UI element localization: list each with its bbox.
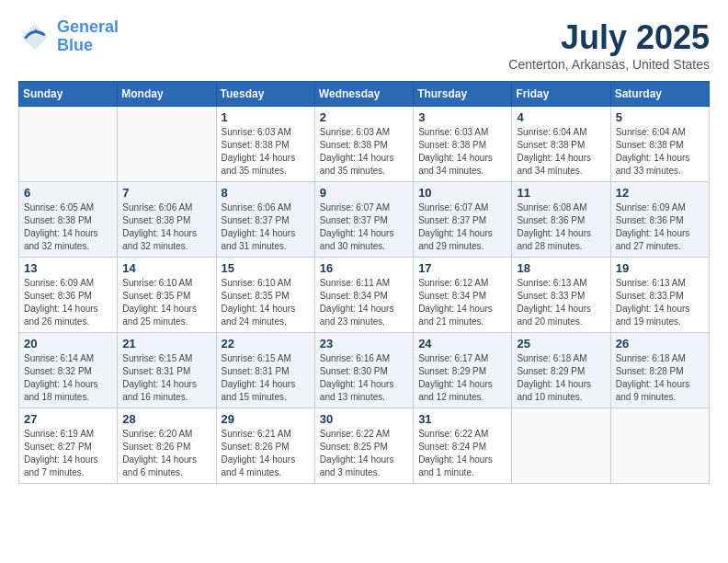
day-info: Sunrise: 6:13 AMSunset: 8:33 PMDaylight:… — [616, 277, 704, 328]
day-info: Sunrise: 6:06 AMSunset: 8:38 PMDaylight:… — [122, 201, 210, 253]
header-saturday: Saturday — [610, 82, 709, 107]
day-number: 1 — [222, 110, 310, 124]
day-number: 7 — [122, 186, 210, 200]
day-number: 24 — [418, 337, 506, 350]
table-row: 13Sunrise: 6:09 AMSunset: 8:36 PMDayligh… — [19, 258, 118, 333]
day-info: Sunrise: 6:07 AMSunset: 8:37 PMDaylight:… — [320, 201, 408, 253]
day-info: Sunrise: 6:18 AMSunset: 8:28 PMDaylight:… — [616, 352, 704, 404]
day-info: Sunrise: 6:10 AMSunset: 8:35 PMDaylight:… — [222, 277, 310, 328]
day-info: Sunrise: 6:04 AMSunset: 8:38 PMDaylight:… — [616, 126, 704, 178]
table-row: 5Sunrise: 6:04 AMSunset: 8:38 PMDaylight… — [610, 107, 709, 182]
day-info: Sunrise: 6:03 AMSunset: 8:38 PMDaylight:… — [418, 126, 506, 178]
table-row: 28Sunrise: 6:20 AMSunset: 8:26 PMDayligh… — [118, 408, 216, 484]
day-number: 28 — [122, 412, 210, 426]
table-row: 25Sunrise: 6:18 AMSunset: 8:29 PMDayligh… — [512, 333, 610, 408]
month-title: July 2025 — [508, 18, 710, 57]
day-info: Sunrise: 6:09 AMSunset: 8:36 PMDaylight:… — [24, 277, 112, 328]
day-number: 14 — [122, 261, 210, 275]
table-row — [512, 408, 610, 484]
day-number: 13 — [24, 261, 112, 275]
table-row: 2Sunrise: 6:03 AMSunset: 8:38 PMDaylight… — [314, 107, 413, 182]
table-row: 8Sunrise: 6:06 AMSunset: 8:37 PMDaylight… — [216, 182, 314, 258]
day-info: Sunrise: 6:15 AMSunset: 8:31 PMDaylight:… — [222, 352, 310, 404]
day-info: Sunrise: 6:15 AMSunset: 8:31 PMDaylight:… — [122, 352, 210, 404]
day-number: 5 — [616, 110, 704, 124]
day-number: 4 — [517, 110, 605, 124]
table-row: 23Sunrise: 6:16 AMSunset: 8:30 PMDayligh… — [314, 333, 413, 408]
day-number: 25 — [517, 337, 605, 350]
table-row: 22Sunrise: 6:15 AMSunset: 8:31 PMDayligh… — [216, 333, 314, 408]
table-row: 29Sunrise: 6:21 AMSunset: 8:26 PMDayligh… — [216, 408, 314, 484]
header-friday: Friday — [512, 82, 610, 107]
day-info: Sunrise: 6:04 AMSunset: 8:38 PMDaylight:… — [517, 126, 605, 178]
day-number: 21 — [122, 337, 210, 350]
location: Centerton, Arkansas, United States — [508, 57, 710, 72]
day-number: 3 — [418, 110, 506, 124]
day-number: 8 — [222, 186, 310, 200]
day-info: Sunrise: 6:18 AMSunset: 8:29 PMDaylight:… — [517, 352, 605, 404]
day-number: 22 — [222, 337, 310, 350]
table-row: 21Sunrise: 6:15 AMSunset: 8:31 PMDayligh… — [118, 333, 216, 408]
day-number: 23 — [320, 337, 408, 350]
table-row: 1Sunrise: 6:03 AMSunset: 8:38 PMDaylight… — [216, 107, 314, 182]
table-row: 26Sunrise: 6:18 AMSunset: 8:28 PMDayligh… — [610, 333, 709, 408]
header-tuesday: Tuesday — [216, 82, 314, 107]
day-info: Sunrise: 6:17 AMSunset: 8:29 PMDaylight:… — [418, 352, 506, 404]
logo: General Blue — [18, 18, 119, 55]
table-row: 18Sunrise: 6:13 AMSunset: 8:33 PMDayligh… — [512, 258, 610, 333]
day-info: Sunrise: 6:13 AMSunset: 8:33 PMDaylight:… — [517, 277, 605, 328]
day-info: Sunrise: 6:22 AMSunset: 8:25 PMDaylight:… — [320, 428, 408, 479]
table-row: 10Sunrise: 6:07 AMSunset: 8:37 PMDayligh… — [414, 182, 512, 258]
day-number: 2 — [320, 110, 408, 124]
table-row: 3Sunrise: 6:03 AMSunset: 8:38 PMDaylight… — [414, 107, 512, 182]
day-number: 17 — [418, 261, 506, 275]
day-info: Sunrise: 6:12 AMSunset: 8:34 PMDaylight:… — [418, 277, 506, 328]
day-number: 27 — [24, 412, 112, 426]
header-wednesday: Wednesday — [314, 82, 413, 107]
header-sunday: Sunday — [19, 82, 118, 107]
header-monday: Monday — [118, 82, 216, 107]
day-info: Sunrise: 6:19 AMSunset: 8:27 PMDaylight:… — [24, 428, 112, 479]
day-info: Sunrise: 6:20 AMSunset: 8:26 PMDaylight:… — [122, 428, 210, 479]
table-row: 17Sunrise: 6:12 AMSunset: 8:34 PMDayligh… — [414, 258, 512, 333]
table-row: 31Sunrise: 6:22 AMSunset: 8:24 PMDayligh… — [414, 408, 512, 484]
day-info: Sunrise: 6:09 AMSunset: 8:36 PMDaylight:… — [616, 201, 704, 253]
day-info: Sunrise: 6:03 AMSunset: 8:38 PMDaylight:… — [222, 126, 310, 178]
day-number: 11 — [517, 186, 605, 200]
table-row: 11Sunrise: 6:08 AMSunset: 8:36 PMDayligh… — [512, 182, 610, 258]
day-number: 20 — [24, 337, 112, 350]
day-number: 15 — [222, 261, 310, 275]
day-number: 29 — [222, 412, 310, 426]
table-row: 24Sunrise: 6:17 AMSunset: 8:29 PMDayligh… — [414, 333, 512, 408]
logo-text: General Blue — [57, 18, 119, 55]
day-info: Sunrise: 6:05 AMSunset: 8:38 PMDaylight:… — [24, 201, 112, 253]
day-info: Sunrise: 6:06 AMSunset: 8:37 PMDaylight:… — [222, 201, 310, 253]
week-row-2: 6Sunrise: 6:05 AMSunset: 8:38 PMDaylight… — [19, 182, 710, 258]
table-row — [610, 408, 709, 484]
day-number: 26 — [616, 337, 704, 350]
table-row: 12Sunrise: 6:09 AMSunset: 8:36 PMDayligh… — [610, 182, 709, 258]
day-info: Sunrise: 6:16 AMSunset: 8:30 PMDaylight:… — [320, 352, 408, 404]
day-info: Sunrise: 6:08 AMSunset: 8:36 PMDaylight:… — [517, 201, 605, 253]
week-row-3: 13Sunrise: 6:09 AMSunset: 8:36 PMDayligh… — [19, 258, 710, 333]
table-row: 19Sunrise: 6:13 AMSunset: 8:33 PMDayligh… — [610, 258, 709, 333]
day-number: 16 — [320, 261, 408, 275]
title-block: July 2025 Centerton, Arkansas, United St… — [508, 18, 710, 72]
day-number: 30 — [320, 412, 408, 426]
weekday-header-row: Sunday Monday Tuesday Wednesday Thursday… — [19, 82, 710, 107]
table-row: 7Sunrise: 6:06 AMSunset: 8:38 PMDaylight… — [118, 182, 216, 258]
header-thursday: Thursday — [414, 82, 512, 107]
logo-icon — [18, 20, 51, 53]
day-info: Sunrise: 6:10 AMSunset: 8:35 PMDaylight:… — [122, 277, 210, 328]
day-number: 19 — [616, 261, 704, 275]
day-number: 6 — [24, 186, 112, 200]
calendar: Sunday Monday Tuesday Wednesday Thursday… — [18, 81, 710, 484]
day-info: Sunrise: 6:03 AMSunset: 8:38 PMDaylight:… — [320, 126, 408, 178]
table-row — [118, 107, 216, 182]
table-row: 9Sunrise: 6:07 AMSunset: 8:37 PMDaylight… — [314, 182, 413, 258]
day-number: 18 — [517, 261, 605, 275]
day-info: Sunrise: 6:11 AMSunset: 8:34 PMDaylight:… — [320, 277, 408, 328]
day-info: Sunrise: 6:22 AMSunset: 8:24 PMDaylight:… — [418, 428, 506, 479]
page-header: General Blue July 2025 Centerton, Arkans… — [18, 18, 710, 72]
table-row: 6Sunrise: 6:05 AMSunset: 8:38 PMDaylight… — [19, 182, 118, 258]
